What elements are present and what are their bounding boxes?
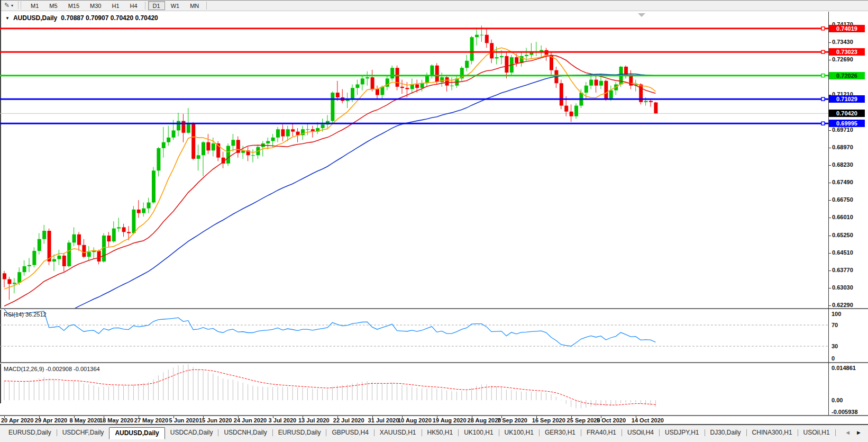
level-handle — [821, 97, 825, 101]
chart-symbol-label: AUDUSD,Daily — [13, 14, 57, 22]
price-tick-label: 0.62290 — [832, 302, 866, 309]
chart-ohlc-values: 0.70887 0.70907 0.70420 0.70420 — [61, 14, 158, 22]
toolbar: ✎ ▾ M1 M5 M15 M30 H1 H4 D1 W1 MN — [0, 0, 868, 11]
price-tick-label: 0.66010 — [832, 214, 866, 221]
tab-fra40-h1[interactable]: FRA40,H1 — [581, 427, 622, 438]
macd-pane[interactable] — [0, 364, 828, 415]
price-level-badge[interactable]: 0.73023 — [829, 48, 865, 56]
timeframe-h1-button[interactable]: H1 — [107, 1, 124, 10]
price-tick-label: 0.63770 — [832, 267, 866, 274]
tab-usoil-h4[interactable]: USOil,H4 — [622, 427, 659, 438]
macd-tick-label: 0.00 — [832, 397, 843, 403]
date-tick-label: 24 Jun 2020 — [234, 417, 267, 423]
level-handle — [821, 50, 825, 53]
tab-uk100-h1-2[interactable]: UK100,H1 — [499, 427, 539, 438]
tab-hk50-h1[interactable]: HK50,H1 — [422, 427, 459, 438]
dropdown-triangle-icon[interactable]: ▼ — [5, 16, 10, 21]
tab-gbpusd-h4[interactable]: GBPUSD,H4 — [326, 427, 373, 438]
price-tick-label: 0.65250 — [832, 232, 866, 239]
price-tick-mark — [829, 218, 831, 218]
date-tick-label: 15 Jun 2020 — [199, 417, 232, 423]
price-tick-label: 0.72690 — [832, 56, 866, 63]
ma-mid-line — [4, 56, 655, 306]
timeframe-mn-button[interactable]: MN — [185, 1, 204, 10]
rsi-label: RSI(14) 36.2512 — [4, 311, 47, 318]
chart-shift-marker-icon — [638, 13, 645, 17]
timeframe-m1-button[interactable]: M1 — [26, 1, 43, 10]
mt4-window: ✎ ▾ M1 M5 M15 M30 H1 H4 D1 W1 MN ▼ AUDUS… — [0, 0, 868, 442]
macd-tick-label: 0.014861 — [832, 365, 856, 371]
price-tick-mark — [829, 183, 831, 183]
price-tick-mark — [829, 148, 831, 148]
level-handle — [821, 122, 825, 125]
chart-tab-bar: EURUSD,Daily USDCHF,Daily AUDUSD,Daily U… — [0, 425, 868, 442]
tab-uk100-h1-1[interactable]: UK100,H1 — [459, 427, 498, 438]
timeframe-m15-button[interactable]: M15 — [63, 1, 84, 10]
toolbar-separator — [206, 2, 207, 10]
timeframe-m5-button[interactable]: M5 — [44, 1, 62, 10]
level-handle — [821, 27, 825, 30]
toolbar-separator — [145, 2, 145, 10]
tab-scroll-right-icon[interactable]: ► — [856, 429, 862, 436]
price-tick-mark — [829, 270, 831, 271]
ma-slow-line — [4, 74, 655, 308]
date-tick-label: 10 Aug 2020 — [398, 417, 432, 423]
tab-usdchf-daily[interactable]: USDCHF,Daily — [57, 427, 109, 438]
price-tick-mark — [829, 42, 831, 43]
date-tick-label: 5 Oct 2020 — [597, 417, 626, 423]
price-tick-mark — [829, 200, 831, 201]
price-level-badge[interactable]: 0.71029 — [829, 95, 865, 103]
macd-signal-line — [4, 369, 655, 405]
tab-usdcad-daily[interactable]: USDCAD,Daily — [165, 427, 218, 438]
price-tick-label: 0.73430 — [832, 39, 866, 46]
date-tick-label: 3 Jul 2020 — [269, 417, 297, 423]
date-tick-label: 20 Apr 2020 — [1, 417, 33, 423]
date-tick-label: 29 Apr 2020 — [35, 417, 67, 423]
price-tick-label: 0.63030 — [832, 284, 866, 291]
tab-eurusd-daily-1[interactable]: EURUSD,Daily — [3, 427, 57, 438]
price-level-badge[interactable]: 0.74019 — [829, 25, 865, 32]
tab-xauusd-h1[interactable]: XAUUSD,H1 — [374, 427, 422, 438]
rsi-tick-label: 30 — [832, 343, 838, 349]
tab-ger30-h1[interactable]: GER30,H1 — [540, 427, 581, 438]
tab-usdcnh-daily[interactable]: USDCNH,Daily — [218, 427, 272, 438]
date-tick-label: 16 Sep 2020 — [532, 417, 565, 423]
date-tick-label: 31 Jul 2020 — [368, 417, 399, 423]
main-price-chart[interactable] — [0, 12, 828, 308]
pencil-icon: ✎ — [4, 2, 10, 8]
date-tick-label: 25 Sep 2020 — [567, 417, 600, 423]
level-handle — [821, 74, 825, 77]
rsi-tick-label: 0 — [832, 355, 835, 362]
date-tick-label: 5 Jun 2020 — [169, 417, 199, 423]
rsi-pane[interactable] — [0, 309, 828, 362]
price-tick-label: 0.68230 — [832, 161, 866, 168]
tab-dj30-daily[interactable]: DJ30,Daily — [705, 427, 746, 438]
price-level-badge[interactable]: 0.72026 — [829, 72, 865, 79]
tab-eurusd-daily-2[interactable]: EURUSD,Daily — [273, 427, 326, 438]
toolbar-drag-handle[interactable] — [18, 2, 21, 9]
current-price-badge[interactable]: 0.70420 — [829, 110, 865, 117]
date-tick-label: 8 May 2020 — [70, 417, 100, 423]
timeframe-m30-button[interactable]: M30 — [85, 1, 106, 10]
tab-usdjpy-h1[interactable]: USDJPY,H1 — [660, 427, 704, 438]
pane-separator — [0, 415, 868, 416]
annotation-tool-button[interactable]: ✎ ▾ — [2, 1, 15, 10]
date-tick-label: 22 Jul 2020 — [333, 417, 364, 423]
tab-audusd-daily[interactable]: AUDUSD,Daily — [109, 427, 165, 439]
date-tick-label: 14 Oct 2020 — [632, 417, 664, 423]
date-tick-label: 28 Aug 2020 — [468, 417, 501, 423]
timeframe-d1-button[interactable]: D1 — [148, 1, 165, 10]
tab-china300-h1[interactable]: CHINA300,H1 — [747, 427, 798, 438]
timeframe-h4-button[interactable]: H4 — [125, 1, 142, 10]
date-tick-label: 13 Jul 2020 — [298, 417, 330, 423]
macd-tick-label: -0.005938 — [832, 409, 858, 415]
price-level-badge[interactable]: 0.69995 — [829, 120, 865, 127]
chevron-down-icon: ▾ — [11, 3, 13, 8]
rsi-line — [4, 309, 655, 346]
chart-title: ▼ AUDUSD,Daily 0.70887 0.70907 0.70420 0… — [5, 14, 158, 22]
timeframe-w1-button[interactable]: W1 — [166, 1, 185, 10]
tab-scroll-left-icon[interactable]: ◄ — [845, 429, 851, 436]
tab-usoil-h1[interactable]: USOil,H1 — [798, 427, 835, 438]
price-tick-mark — [829, 236, 831, 236]
price-tick-mark — [829, 165, 831, 166]
